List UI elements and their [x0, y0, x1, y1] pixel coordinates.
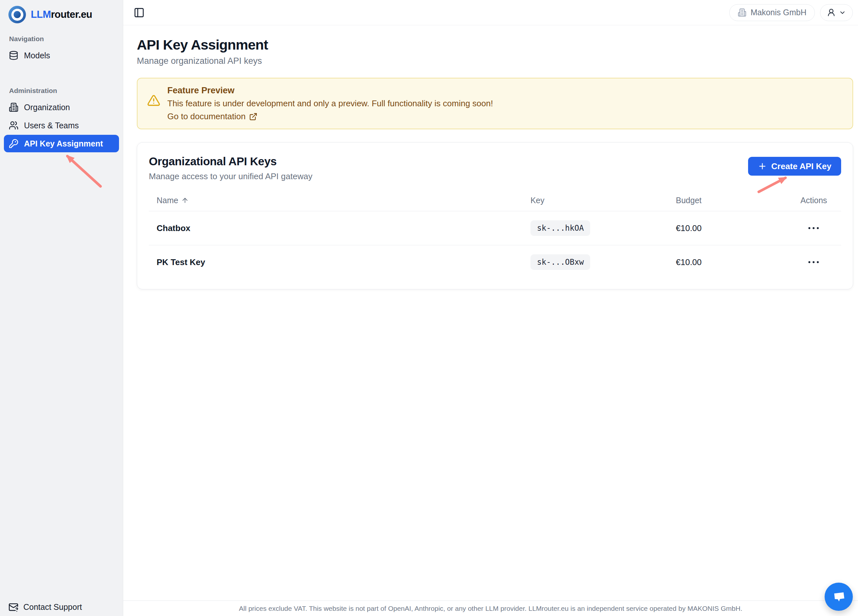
brand-logo[interactable]: LLMrouter.eu — [0, 0, 123, 23]
key-icon — [9, 139, 19, 148]
documentation-link-label: Go to documentation — [167, 112, 246, 121]
page-content: API Key Assignment Manage organizational… — [123, 25, 853, 289]
page-subtitle: Manage organizational API keys — [137, 56, 853, 66]
api-keys-table: Name Key Budget Actions Chatbox sk-...hk… — [149, 190, 841, 279]
sidebar: LLMrouter.eu Navigation Models Administr… — [0, 0, 123, 616]
create-api-key-label: Create API Key — [771, 161, 832, 171]
database-icon — [9, 51, 19, 60]
panel-left-icon — [134, 7, 145, 18]
key-value-badge: sk-...OBxw — [530, 254, 591, 270]
chat-widget-button[interactable] — [825, 583, 853, 611]
sidebar-item-label: API Key Assignment — [24, 139, 103, 148]
main-area: Makonis GmbH API Key Assignment Manage o… — [123, 0, 858, 616]
external-link-icon — [249, 112, 258, 121]
sidebar-section-navigation: Navigation Models — [0, 35, 123, 64]
footer-disclaimer: All prices exclude VAT. This website is … — [239, 605, 742, 613]
column-header-name: Name — [149, 190, 523, 211]
page-title: API Key Assignment — [137, 37, 853, 53]
documentation-link[interactable]: Go to documentation — [167, 112, 258, 121]
sidebar-item-users-teams[interactable]: Users & Teams — [4, 116, 119, 134]
banner-title: Feature Preview — [167, 85, 493, 96]
sidebar-item-api-key-assignment[interactable]: API Key Assignment — [4, 135, 119, 152]
triangle-alert-icon — [147, 85, 160, 121]
banner-body: This feature is under development and on… — [167, 99, 493, 109]
sort-by-name[interactable]: Name — [157, 196, 189, 205]
sidebar-item-organization[interactable]: Organization — [4, 99, 119, 116]
building-icon — [738, 8, 746, 17]
create-api-key-button[interactable]: Create API Key — [748, 157, 841, 175]
key-budget: €10.00 — [668, 211, 793, 245]
building-icon — [9, 102, 19, 112]
section-label: Navigation — [0, 35, 123, 43]
account-menu-button[interactable] — [820, 4, 853, 21]
key-value-badge: sk-...hkOA — [530, 220, 591, 236]
sidebar-item-label: Models — [24, 51, 50, 60]
topbar: Makonis GmbH — [123, 0, 858, 25]
mail-question-icon — [8, 602, 19, 612]
sidebar-toggle-button[interactable] — [132, 5, 146, 20]
organization-switcher-button[interactable]: Makonis GmbH — [729, 4, 815, 21]
feature-preview-banner: Feature Preview This feature is under de… — [137, 78, 853, 129]
brand-name: LLMrouter.eu — [31, 9, 92, 20]
contact-support-label: Contact Support — [23, 602, 82, 612]
sidebar-section-administration: Administration Organization Users & Team… — [0, 87, 123, 152]
organization-name: Makonis GmbH — [751, 8, 807, 17]
sidebar-item-label: Organization — [24, 103, 70, 112]
sidebar-item-label: Users & Teams — [24, 121, 79, 130]
table-header-row: Name Key Budget Actions — [149, 190, 841, 211]
key-name: PK Test Key — [149, 245, 523, 279]
key-budget: €10.00 — [668, 245, 793, 279]
table-row: Chatbox sk-...hkOA €10.00 — [149, 211, 841, 245]
column-header-key: Key — [523, 190, 668, 211]
column-label: Name — [157, 196, 178, 205]
column-header-budget: Budget — [668, 190, 793, 211]
section-label: Administration — [0, 87, 123, 95]
column-header-actions: Actions — [793, 190, 841, 211]
contact-support-button[interactable]: Contact Support — [8, 602, 82, 612]
user-icon — [827, 8, 836, 17]
target-rings-icon — [8, 6, 26, 23]
chevron-down-icon — [839, 9, 846, 16]
chat-bubble-icon — [832, 590, 846, 604]
row-actions-menu-button[interactable] — [807, 223, 821, 233]
plus-icon — [758, 162, 767, 171]
org-api-keys-card: Organizational API Keys Manage access to… — [137, 142, 853, 289]
arrow-up-icon — [181, 197, 189, 204]
sidebar-item-models[interactable]: Models — [4, 47, 119, 64]
footer: All prices exclude VAT. This website is … — [123, 600, 858, 616]
key-name: Chatbox — [149, 211, 523, 245]
row-actions-menu-button[interactable] — [807, 257, 821, 267]
users-icon — [9, 121, 19, 130]
table-row: PK Test Key sk-...OBxw €10.00 — [149, 245, 841, 279]
card-title: Organizational API Keys — [149, 155, 312, 168]
card-subtitle: Manage access to your unified API gatewa… — [149, 171, 312, 182]
